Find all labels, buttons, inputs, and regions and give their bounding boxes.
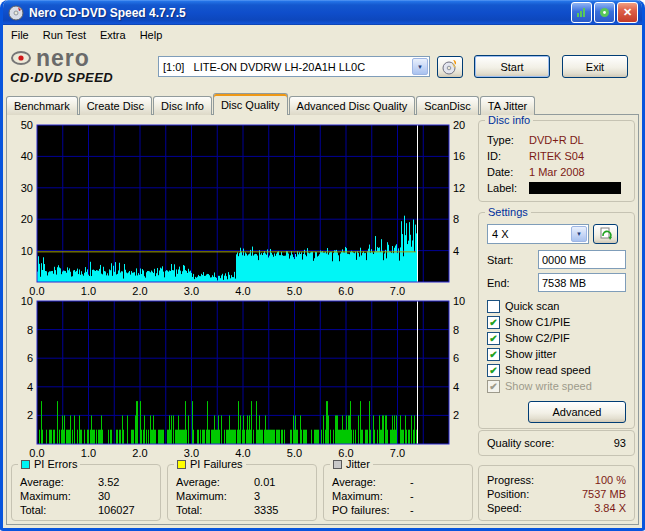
checkbox-label: Show C2/PIF [505,332,570,344]
sidebar: Disc info Type:DVD+R DL ID:RITEK S04 Dat… [478,120,635,521]
menu-extra[interactable]: Extra [93,27,133,43]
burn-button[interactable] [437,56,463,78]
axis-label: 6.0 [338,447,353,458]
group-title: Jitter [346,458,370,470]
disc-id: RITEK S04 [529,150,584,162]
end-position-input[interactable] [538,273,626,292]
group-title: PI Failures [190,458,243,470]
tab-advanced-disc-quality[interactable]: Advanced Disc Quality [289,96,416,115]
close-button[interactable]: ✕ [617,2,638,23]
axis-label: 4 [453,381,459,393]
stat-row: Average:3.52 [20,475,152,489]
axis-label: 4 [453,245,459,257]
speed-row: Speed:3.84 X [487,501,626,515]
speed-select[interactable]: 4 X ▼ [487,224,589,244]
logo-product: CD·DVD SPEED [10,70,158,85]
titlebar[interactable]: Nero CD-DVD Speed 4.7.7.5 ✕ [3,0,642,25]
chevron-down-icon[interactable]: ▼ [571,226,587,242]
axis-label: 2 [27,409,33,421]
drive-select[interactable]: [1:0] LITE-ON DVDRW LH-20A1H LL0C ▼ [158,56,430,77]
disc-quality-panel: 5040302010201612840.01.02.03.04.05.06.07… [6,114,639,525]
titlebar-button-2[interactable] [594,2,615,23]
tab-disc-quality[interactable]: Disc Quality [213,93,288,115]
advanced-button[interactable]: Advanced [528,401,626,423]
stat-row: Maximum:3 [176,489,308,503]
tab-strip: Benchmark Create Disc Disc Info Disc Qua… [3,91,642,115]
checkbox-show-c1-pie[interactable]: ✔Show C1/PIE [487,314,626,330]
checkbox-show-write-speed: ✔Show write speed [487,378,626,394]
stat-row: Total:3335 [176,503,308,517]
start-button[interactable]: Start [474,55,550,78]
axis-label: 2.0 [132,447,147,458]
checked-checkbox-icon: ✔ [487,364,500,377]
position-value: 7537 MB [582,488,626,500]
menu-file[interactable]: File [4,27,36,43]
checked-checkbox-icon: ✔ [487,348,500,361]
end-position-row: End: [487,273,626,292]
tab-disc-info[interactable]: Disc Info [153,96,212,115]
progress-row: Progress:100 % [487,473,626,487]
checkbox-show-c2-pif[interactable]: ✔Show C2/PIF [487,330,626,346]
checkbox-show-jitter[interactable]: ✔Show jitter [487,346,626,362]
window-title: Nero CD-DVD Speed 4.7.7.5 [29,6,571,20]
checked-checkbox-icon: ✔ [487,332,500,345]
axis-label: 8 [453,213,459,225]
axis-label: 7.0 [390,447,405,458]
checked-checkbox-icon: ✔ [487,380,500,393]
menu-bar: File Run Test Extra Help [3,25,642,45]
axis-label: 5.0 [287,285,302,296]
tab-benchmark[interactable]: Benchmark [6,96,78,115]
axis-label: 1.0 [81,285,96,296]
tab-create-disc[interactable]: Create Disc [79,96,152,115]
jitter-group: Jitter Average:- Maximum:- PO failures:- [323,464,473,521]
pi-failures-total: 3335 [254,504,278,516]
pi-failures-group: PI Failures Average:0.01 Maximum:3 Total… [167,464,317,521]
stat-row: Total:106027 [20,503,152,517]
tab-ta-jitter[interactable]: TA Jitter [480,96,536,115]
speed-select-value: 4 X [488,228,570,240]
disc-type: DVD+R DL [529,134,584,146]
axis-label: 20 [21,213,33,225]
axis-label: 20 [453,120,465,131]
burn-icon [442,59,458,75]
checkbox-show-read-speed[interactable]: ✔Show read speed [487,362,626,378]
titlebar-button-1[interactable] [571,2,592,23]
axis-label: 6 [27,352,33,364]
nero-eye-icon [10,50,32,68]
exit-button[interactable]: Exit [562,55,628,78]
checkbox-label: Show write speed [505,380,592,392]
axis-label: 12 [453,182,465,194]
checkbox-quick-scan[interactable]: Quick scan [487,298,626,314]
info-row: Date:1 Mar 2008 [487,164,626,180]
axis-label: 4.0 [235,285,250,296]
disc-info-title: Disc info [485,114,533,126]
jitter-swatch [333,460,342,469]
pie-chart: 5040302010201612840.01.02.03.04.05.06.07… [11,120,473,296]
pi-failures-swatch [177,460,186,469]
logo-brand: nero [36,48,90,69]
disc-info-group: Disc info Type:DVD+R DL ID:RITEK S04 Dat… [478,120,635,202]
axis-label: 8 [27,324,33,336]
axis-label: 40 [21,150,33,162]
axis-label: 0.0 [29,285,44,296]
axis-label: 10 [21,245,33,257]
refresh-button[interactable] [593,224,618,244]
chevron-down-icon[interactable]: ▼ [412,58,428,75]
info-row: Type:DVD+R DL [487,132,626,148]
axis-label: 6 [453,352,459,364]
menu-run-test[interactable]: Run Test [36,27,93,43]
pi-failures-average: 0.01 [254,476,275,488]
settings-checkboxes: Quick scan✔Show C1/PIE✔Show C2/PIF✔Show … [487,298,626,394]
stat-row: Average:- [332,475,464,489]
axis-label: 5.0 [287,447,302,458]
pif-chart: 1086421086420.01.02.03.04.05.06.07.0 [11,296,473,458]
disc-icon [599,7,610,18]
app-window: Nero CD-DVD Speed 4.7.7.5 ✕ File Run Tes… [0,0,645,531]
menu-help[interactable]: Help [133,27,170,43]
tab-scandisc[interactable]: ScanDisc [416,96,478,115]
start-position-input[interactable] [538,250,626,269]
axis-label: 10 [21,296,33,307]
drive-select-value: [1:0] LITE-ON DVDRW LH-20A1H LL0C [159,61,411,73]
checkbox-label: Quick scan [505,300,559,312]
progress-value: 100 % [595,474,626,486]
